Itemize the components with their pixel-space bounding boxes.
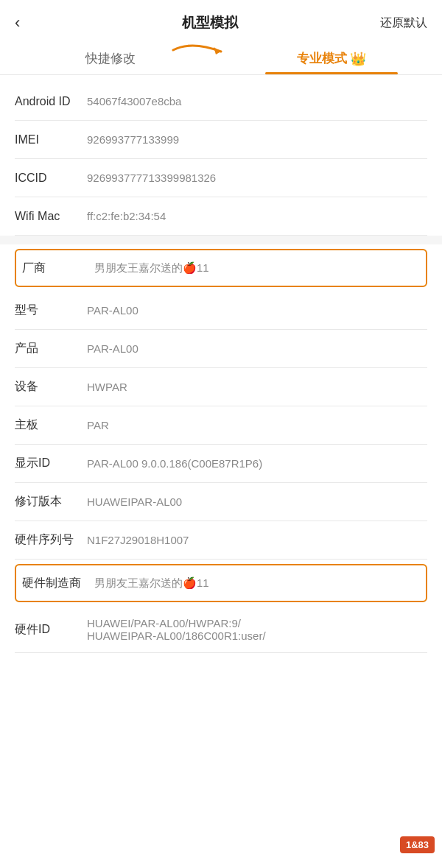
field-value-8[interactable]: 男朋友王嘉尔送的🍎11 [88, 576, 420, 590]
field-label-6: 修订版本 [15, 494, 81, 509]
field-row-3: 设备HWPAR [15, 368, 427, 406]
field-row-7: 硬件序列号N1F27J29018H1007 [15, 521, 427, 560]
field-label-2: 产品 [15, 341, 81, 356]
page-title: 机型模拟 [44, 13, 376, 32]
tab-pro-label-container: 专业模式 👑 [297, 50, 366, 67]
field-label-9: 硬件ID [15, 622, 81, 638]
field-row-6: 修订版本HUAWEIPAR-AL00 [15, 483, 427, 521]
field-row-2: ICCID926993777713399981326 [15, 159, 427, 197]
field-value-3: HWPAR [81, 381, 427, 393]
watermark-badge: 1&83 [400, 836, 435, 853]
field-label-2: ICCID [15, 172, 81, 185]
fields-group1: Android ID54067f43007e8cbaIMEI9269937771… [0, 75, 442, 236]
arrow-icon [169, 37, 236, 63]
field-row-0: Android ID54067f43007e8cba [15, 82, 427, 121]
field-value-0: 54067f43007e8cba [81, 95, 427, 107]
field-value-9: HUAWEI/PAR-AL00/HWPAR:9/ HUAWEIPAR-AL00/… [81, 617, 427, 642]
field-value-2: 926993777713399981326 [81, 172, 427, 184]
field-row-9: 硬件IDHUAWEI/PAR-AL00/HWPAR:9/ HUAWEIPAR-A… [15, 607, 427, 653]
field-value-3: ff:c2:fe:b2:34:54 [81, 210, 427, 222]
field-label-3: Wifi Mac [15, 210, 81, 223]
vip-crown-icon: 👑 [350, 51, 366, 67]
field-row-2: 产品PAR-AL00 [15, 330, 427, 368]
tab-quick-label: 快捷修改 [85, 52, 136, 66]
field-row-1: IMEI926993777133999 [15, 121, 427, 159]
field-value-1: PAR-AL00 [81, 304, 427, 317]
field-value-0[interactable]: 男朋友王嘉尔送的🍎11 [88, 261, 420, 275]
field-label-1: 型号 [15, 303, 81, 318]
field-row-1: 型号PAR-AL00 [15, 292, 427, 330]
field-value-1: 926993777133999 [81, 133, 427, 146]
field-label-0: Android ID [15, 95, 81, 108]
field-label-7: 硬件序列号 [15, 532, 81, 548]
field-value-2: PAR-AL00 [81, 342, 427, 355]
tab-pro-label: 专业模式 [297, 50, 347, 67]
field-label-5: 显示ID [15, 456, 81, 471]
reset-button[interactable]: 还原默认 [376, 15, 427, 31]
section-divider [0, 236, 442, 244]
field-label-4: 主板 [15, 417, 81, 433]
field-label-8: 硬件制造商 [22, 576, 88, 591]
header: ‹ 机型模拟 还原默认 [0, 0, 442, 41]
field-label-3: 设备 [15, 379, 81, 395]
field-row-5: 显示IDPAR-AL00 9.0.0.186(C00E87R1P6) [15, 445, 427, 483]
field-label-0: 厂商 [22, 261, 88, 276]
field-value-7: N1F27J29018H1007 [81, 534, 427, 546]
field-label-1: IMEI [15, 133, 81, 147]
field-value-5: PAR-AL00 9.0.0.186(C00E87R1P6) [81, 457, 427, 470]
field-row-8: 硬件制造商男朋友王嘉尔送的🍎11 [15, 564, 427, 602]
field-row-4: 主板PAR [15, 406, 427, 445]
arrow-annotation [169, 37, 236, 63]
field-row-3: Wifi Macff:c2:fe:b2:34:54 [15, 197, 427, 236]
back-button[interactable]: ‹ [15, 13, 44, 32]
tab-pro[interactable]: 专业模式 👑 [221, 41, 442, 74]
field-value-6: HUAWEIPAR-AL00 [81, 495, 427, 508]
field-row-0: 厂商男朋友王嘉尔送的🍎11 [15, 249, 427, 287]
fields-group2: 厂商男朋友王嘉尔送的🍎11型号PAR-AL00产品PAR-AL00设备HWPAR… [0, 249, 442, 653]
field-value-4: PAR [81, 419, 427, 431]
